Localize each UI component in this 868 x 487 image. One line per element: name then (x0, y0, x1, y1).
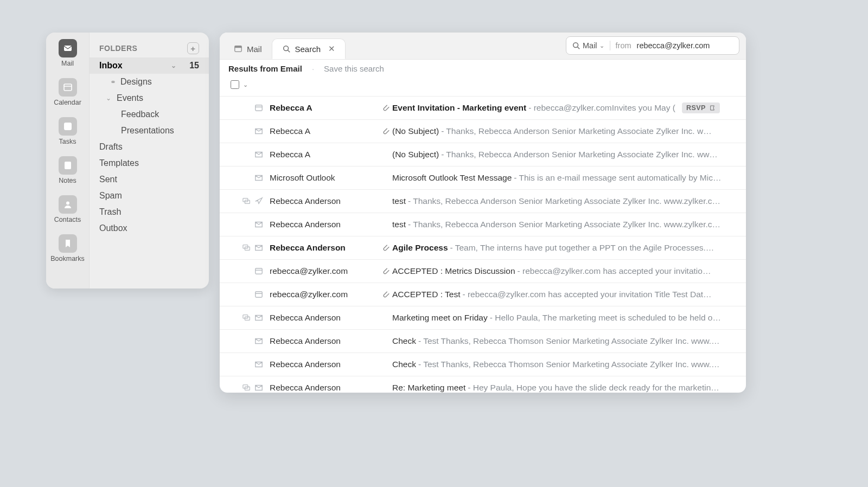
mail-row[interactable]: Rebecca Anderson Check - Test Thanks, Re… (220, 353, 746, 376)
search-keyword: from (616, 41, 631, 50)
rail-label: Bookmarks (50, 255, 85, 262)
row-message: Marketing meet on Friday - Hello Paula, … (375, 313, 737, 323)
nav-mail[interactable]: Mail (52, 39, 84, 67)
row-subject: Microsoft Outlook Test Message (392, 173, 512, 183)
row-subject: ACCEPTED : Test (392, 290, 460, 299)
mail-row[interactable]: Rebecca A (No Subject) - Thanks, Rebecca… (220, 120, 746, 143)
folder-inbox[interactable]: Inbox ⌄ 15 (90, 57, 209, 74)
row-kind-icon (251, 267, 266, 275)
row-kind-icon (251, 290, 266, 299)
row-preview: - Hello Paula, The marketing meet is sch… (490, 313, 721, 323)
row-subject: ACCEPTED : Metrics Discussion (392, 266, 515, 276)
nav-bookmarks[interactable]: Bookmarks (52, 234, 84, 262)
rsvp-badge[interactable]: RSVP (682, 102, 720, 113)
nav-tasks[interactable]: Tasks (52, 117, 84, 145)
mail-row[interactable]: Rebecca Anderson test - Thanks, Rebecca … (220, 213, 746, 236)
folder-label: Outbox (99, 223, 127, 233)
row-kind-icon (251, 244, 266, 252)
mail-row[interactable]: Rebecca Anderson test - Thanks, Rebecca … (220, 190, 746, 213)
nav-contacts[interactable]: Contacts (52, 195, 84, 223)
attachment-icon (381, 127, 390, 136)
mail-row[interactable]: Rebecca Anderson Re: Marketing meet - He… (220, 376, 746, 393)
save-search-link[interactable]: Save this search (324, 64, 384, 73)
folder-label: Events (117, 93, 143, 103)
folder-sent[interactable]: Sent (90, 171, 209, 188)
mail-icon (59, 39, 77, 57)
tab-label: Mail (247, 44, 262, 54)
separator (610, 41, 610, 50)
row-preview: - Thanks, Rebecca Anderson Senior Market… (408, 220, 720, 229)
thread-icon (242, 313, 251, 322)
calendar-icon (59, 78, 77, 97)
app-rail: Mail Calendar Tasks Notes Contacts Bookm… (46, 33, 90, 289)
row-lead (228, 197, 251, 206)
check-icon (59, 117, 77, 136)
sidebar-panel: Mail Calendar Tasks Notes Contacts Bookm… (46, 33, 209, 289)
folder-label: Feedback (121, 110, 159, 119)
folder-drafts[interactable]: Drafts (90, 139, 209, 155)
mail-row[interactable]: Microsoft Outlook Microsoft Outlook Test… (220, 166, 746, 190)
row-subject: (No Subject) (392, 150, 439, 159)
row-kind-icon (251, 197, 266, 206)
row-preview: - Team, The interns have put together a … (450, 243, 714, 253)
row-from: Rebecca Anderson (266, 383, 375, 393)
folder-designs[interactable]: ⚭ Designs (90, 74, 209, 90)
search-scope-label: Mail (583, 41, 597, 50)
main-panel: Mail Search ✕ Mail ⌄ from rebecca@zylker… (220, 33, 746, 393)
mail-row[interactable]: Rebecca Anderson Check - Test Thanks, Re… (220, 330, 746, 353)
row-kind-icon (251, 383, 266, 392)
folder-label: Trash (99, 207, 121, 217)
row-from: Rebecca A (266, 150, 375, 159)
row-preview: - Hey Paula, Hope you have the slide dec… (468, 383, 719, 393)
nav-notes[interactable]: Notes (52, 156, 84, 184)
row-lead (228, 313, 251, 322)
select-all[interactable]: ⌄ (220, 78, 746, 97)
results-header: Results from Email · Save this search (220, 60, 746, 78)
close-tab-button[interactable]: ✕ (328, 44, 335, 54)
select-all-checkbox[interactable] (231, 80, 239, 89)
bookmark-icon (59, 234, 77, 253)
row-from: Rebecca Anderson (266, 313, 375, 323)
folder-outbox[interactable]: Outbox (90, 220, 209, 236)
mail-row[interactable]: Rebecca A (No Subject) - Thanks, Rebecca… (220, 143, 746, 166)
mail-row[interactable]: rebecca@zylker.com ACCEPTED : Test - reb… (220, 283, 746, 306)
row-kind-icon (251, 360, 266, 369)
folder-spam[interactable]: Spam (90, 188, 209, 204)
mail-row[interactable]: rebecca@zylker.com ACCEPTED : Metrics Di… (220, 260, 746, 283)
search-scope-dropdown[interactable]: Mail ⌄ (572, 41, 604, 50)
chevron-down-icon: ⌄ (599, 42, 604, 49)
tab-search[interactable]: Search ✕ (272, 39, 346, 59)
attachment-icon (381, 267, 390, 275)
folder-label: Presentations (121, 126, 174, 136)
folder-trash[interactable]: Trash (90, 204, 209, 220)
chevron-down-icon: ⌄ (170, 62, 177, 69)
row-from: Rebecca A (266, 126, 375, 136)
row-message: test - Thanks, Rebecca Anderson Senior M… (375, 220, 737, 229)
row-subject: Check (392, 336, 416, 346)
chevron-down-icon[interactable]: ⌄ (243, 81, 248, 88)
add-folder-button[interactable]: + (187, 42, 199, 54)
results-title: Results from Email (228, 64, 302, 73)
folder-templates[interactable]: Templates (90, 155, 209, 171)
row-subject: Re: Marketing meet (392, 383, 465, 393)
folder-label: Drafts (99, 142, 123, 152)
folder-label: Inbox (99, 61, 123, 71)
mail-row[interactable]: Rebecca A Event Invitation - Marketing e… (220, 97, 746, 120)
mail-row[interactable]: Rebecca Anderson Marketing meet on Frida… (220, 306, 746, 330)
folder-events[interactable]: ⌄ Events (90, 90, 209, 106)
nav-calendar[interactable]: Calendar (52, 78, 84, 106)
row-kind-icon (251, 104, 266, 112)
folder-feedback[interactable]: Feedback (90, 106, 209, 123)
tab-mail[interactable]: Mail (224, 39, 272, 59)
rail-label: Mail (61, 60, 74, 67)
rail-label: Tasks (59, 138, 76, 145)
row-subject: test (392, 196, 406, 206)
row-kind-icon (251, 220, 266, 229)
topbar: Mail Search ✕ Mail ⌄ from rebecca@zylker… (220, 33, 746, 60)
row-message: (No Subject) - Thanks, Rebecca Anderson … (375, 150, 737, 159)
folder-presentations[interactable]: Presentations (90, 123, 209, 139)
mail-row[interactable]: Rebecca Anderson Agile Process - Team, T… (220, 236, 746, 260)
row-from: Rebecca Anderson (266, 220, 375, 229)
search-box[interactable]: Mail ⌄ from rebecca@zylker.com (566, 36, 739, 55)
row-message: Microsoft Outlook Test Message - This is… (375, 173, 737, 183)
